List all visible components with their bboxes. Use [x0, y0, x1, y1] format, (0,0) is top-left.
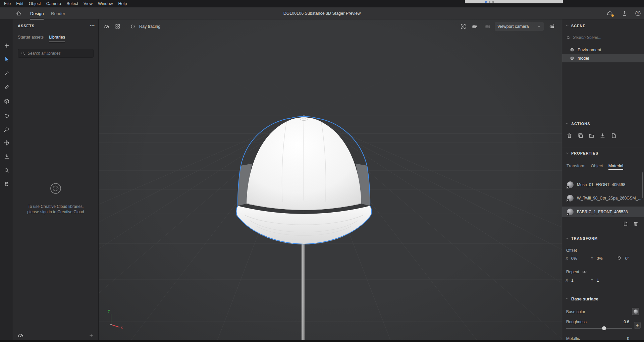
export-button[interactable] [599, 132, 606, 139]
rotation-value[interactable]: 0° [625, 256, 629, 261]
viewport-camera-dropdown[interactable]: Viewport camera [495, 22, 544, 31]
search-icon [566, 36, 571, 40]
offset-x-value[interactable]: 0% [571, 256, 577, 261]
material-name: Mesh_01_FRONT_405498 [577, 182, 625, 187]
tab-design[interactable]: Design [30, 7, 44, 19]
menu-edit[interactable]: Edit [13, 1, 26, 6]
camera-disabled-button[interactable] [484, 22, 492, 31]
link-icon[interactable] [582, 270, 587, 274]
roughness-slider-thumb[interactable] [602, 326, 606, 330]
cloud-sync-button[interactable] [606, 10, 614, 17]
offset-x-label: X [566, 256, 568, 261]
help-button[interactable]: ? [634, 10, 642, 17]
tab-render[interactable]: Render [51, 7, 65, 19]
frame-selection-button[interactable] [459, 22, 467, 31]
assets-search[interactable] [18, 49, 94, 58]
chevron-down-icon [566, 122, 569, 125]
add-parameter-button[interactable]: + [634, 322, 641, 329]
zoom-tool[interactable] [0, 165, 13, 176]
menu-camera[interactable]: Camera [44, 1, 64, 6]
base-surface-section-header[interactable]: Base surface [562, 295, 644, 302]
assets-search-input[interactable] [28, 51, 91, 56]
render-settings-button[interactable] [114, 22, 122, 31]
tab-starter-assets[interactable]: Starter assets [18, 33, 44, 42]
actions-section-header[interactable]: ACTIONS [562, 120, 644, 127]
download-icon [599, 132, 606, 139]
materials-tool[interactable] [0, 110, 13, 121]
offset-y-value[interactable]: 0% [597, 256, 602, 261]
duplicate-button[interactable] [577, 132, 584, 139]
scene-search-input[interactable] [573, 35, 641, 40]
move-tool[interactable] [0, 137, 13, 149]
drop-to-ground-tool[interactable] [0, 151, 13, 162]
creative-cloud-icon [48, 181, 63, 196]
material-row[interactable]: Mesh_01_FRONT_405498 [562, 179, 644, 190]
share-button[interactable] [621, 10, 629, 17]
pan-tool[interactable] [0, 178, 13, 189]
arrow-down-to-line-icon [4, 154, 10, 160]
tab-material[interactable]: Material [608, 164, 623, 168]
axis-x-label: x [121, 325, 123, 329]
rotate-button[interactable] [617, 255, 622, 261]
material-badge-icon [566, 186, 569, 189]
material-thumbnail [567, 209, 574, 215]
assets-panel-title: ASSETS [18, 24, 35, 28]
cap-3d-model[interactable] [99, 19, 562, 342]
repeat-x-label: X [566, 278, 568, 283]
ray-tracing-toggle[interactable] [129, 22, 137, 31]
add-library-icon[interactable] [89, 333, 94, 338]
menu-help[interactable]: Help [115, 1, 129, 6]
ray-tracing-label: Ray tracing [139, 22, 160, 31]
delete-material-button[interactable] [633, 221, 639, 227]
material-name: W_Twill_98_Ctn_2Spa_260GSM_... [577, 196, 641, 201]
roughness-slider[interactable] [566, 328, 632, 329]
scene-section-header[interactable]: SCENE [562, 22, 644, 30]
base-color-swatch[interactable] [632, 308, 639, 315]
tab-transform[interactable]: Transform [567, 164, 586, 168]
repeat-x-value[interactable]: 1 [571, 278, 574, 283]
viewport-3d[interactable]: Ray tracing Viewport camera y [99, 19, 562, 342]
external-window-dot [492, 1, 494, 3]
group-button[interactable] [588, 132, 595, 139]
performance-mode-button[interactable] [103, 22, 111, 31]
magic-wand-tool[interactable] [0, 68, 13, 79]
material-row-selected[interactable]: FABRIC_1_FRONT_405528 [562, 207, 644, 217]
new-file-button[interactable] [610, 132, 617, 139]
cloud-sync-icon[interactable] [18, 333, 24, 338]
orbit-camera-button[interactable] [471, 22, 479, 31]
menu-object[interactable]: Object [26, 1, 44, 6]
home-icon [16, 10, 22, 16]
lasso-tool[interactable] [0, 124, 13, 135]
assets-panel: ASSETS ••• Starter assets Libraries To u… [13, 19, 99, 342]
properties-section-header[interactable]: PROPERTIES [562, 150, 644, 157]
tab-object[interactable]: Object [591, 164, 603, 168]
creative-cloud-signin-message: To use Creative Cloud libraries, please … [13, 181, 98, 215]
material-row[interactable]: W_Twill_98_Ctn_2Spa_260GSM_... [562, 193, 644, 204]
scene-item-environment[interactable]: Environment [562, 46, 644, 54]
repeat-y-value[interactable]: 1 [597, 278, 599, 283]
material-ball-icon [4, 113, 10, 119]
actions-icon-row [562, 131, 644, 140]
menu-select[interactable]: Select [64, 1, 81, 6]
material-thumbnail [567, 181, 574, 188]
delete-button[interactable] [566, 132, 573, 139]
primitives-tool[interactable] [0, 96, 13, 107]
scene-search[interactable] [562, 34, 644, 42]
roughness-value[interactable]: 0.6 [624, 320, 629, 324]
menu-window[interactable]: Window [95, 1, 115, 6]
tab-libraries[interactable]: Libraries [49, 33, 65, 42]
select-tool[interactable] [0, 54, 13, 65]
new-material-button[interactable] [623, 221, 628, 227]
right-panel-scrollbar[interactable] [642, 172, 643, 198]
chevron-down-icon [566, 297, 569, 300]
pen-tool[interactable] [0, 81, 13, 93]
scene-item-model[interactable]: model [562, 54, 644, 62]
home-button[interactable] [15, 10, 23, 17]
add-camera-button[interactable] [548, 22, 556, 31]
transform-section-header[interactable]: TRANSFORM [562, 235, 644, 242]
chevron-down-icon [566, 237, 569, 240]
menu-view[interactable]: View [81, 1, 95, 6]
menu-file[interactable]: File [1, 1, 13, 6]
assets-overflow-menu[interactable]: ••• [90, 23, 95, 28]
add-asset-tool[interactable] [0, 40, 13, 51]
